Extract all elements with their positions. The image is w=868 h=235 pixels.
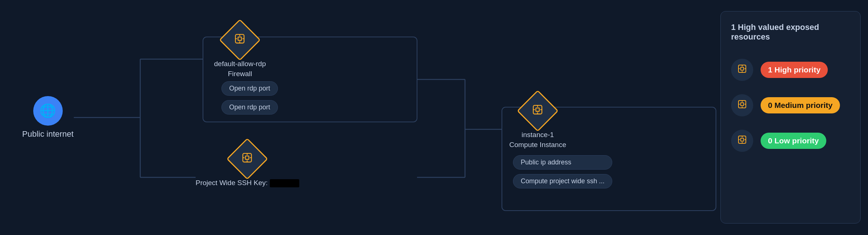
compute-icon	[533, 105, 543, 117]
medium-priority-row: 0 Medium priority	[731, 94, 850, 116]
medium-priority-icon	[738, 100, 747, 111]
firewall-tags: Open rdp port Open rdp port	[221, 81, 278, 115]
svg-rect-11	[238, 37, 242, 40]
compute-diamond	[517, 90, 559, 132]
svg-rect-35	[741, 103, 744, 106]
low-priority-badge[interactable]: 0 Low priority	[761, 133, 826, 149]
high-priority-badge[interactable]: 1 High priority	[761, 62, 828, 78]
svg-rect-17	[246, 156, 249, 159]
main-canvas: 🌐 Public internet default-allow-rdp Fire…	[0, 0, 868, 235]
high-priority-icon-circle	[731, 59, 753, 81]
ssh-key-node: Project Wide SSH Key:	[196, 144, 299, 188]
globe-icon: 🌐	[39, 103, 56, 119]
firewall-tag-2: Open rdp port	[221, 100, 278, 115]
public-internet-label: Public internet	[22, 129, 73, 139]
low-priority-row: 0 Low priority	[731, 130, 850, 152]
compute-tags: Public ip address Compute project wide s…	[513, 155, 612, 188]
ssh-diamond	[227, 138, 268, 180]
high-priority-icon	[738, 64, 747, 75]
medium-priority-icon-circle	[731, 94, 753, 116]
exposed-resources-panel: 1 High valued exposed resources 1 High p…	[720, 11, 861, 224]
public-internet-icon: 🌐	[33, 96, 63, 126]
panel-title: 1 High valued exposed resources	[731, 23, 850, 42]
svg-rect-29	[741, 67, 744, 70]
compute-node: instance-1 Compute Instance	[509, 96, 566, 150]
high-priority-row: 1 High priority	[731, 59, 850, 81]
public-internet-node: 🌐 Public internet	[22, 96, 73, 139]
firewall-tag-1: Open rdp port	[221, 81, 278, 96]
ssh-icon	[242, 153, 252, 166]
firewall-icon	[235, 34, 245, 47]
svg-rect-41	[741, 138, 744, 141]
svg-rect-23	[536, 108, 539, 111]
low-priority-icon-circle	[731, 130, 753, 152]
compute-label: instance-1 Compute Instance	[509, 130, 566, 150]
firewall-label: default-allow-rdp Firewall	[214, 59, 266, 79]
firewall-diamond	[219, 19, 261, 61]
medium-priority-badge[interactable]: 0 Medium priority	[761, 97, 840, 113]
compute-tag-2: Compute project wide ssh ...	[513, 174, 612, 188]
compute-tag-1: Public ip address	[513, 155, 612, 170]
low-priority-icon	[738, 135, 747, 146]
ssh-label: Project Wide SSH Key:	[196, 178, 299, 188]
redacted-value	[270, 179, 299, 187]
firewall-node: default-allow-rdp Firewall	[214, 25, 266, 79]
